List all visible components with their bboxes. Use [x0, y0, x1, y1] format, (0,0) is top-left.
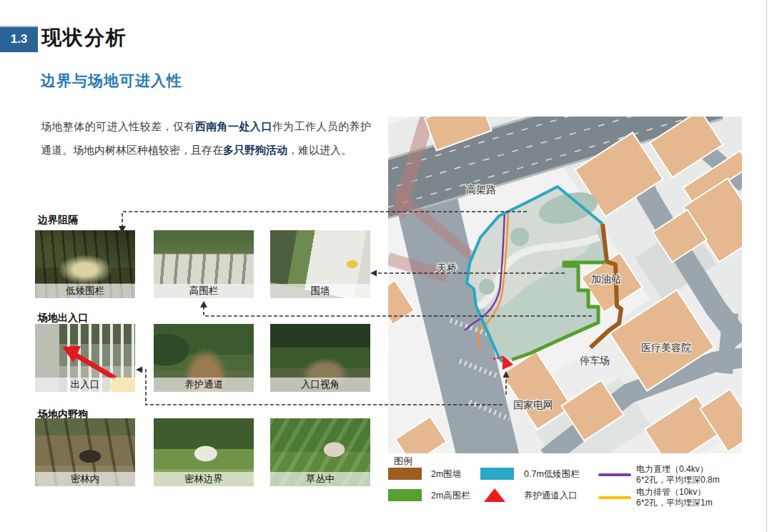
slide: { "frame": {"section_no": "1.3", "title"…: [0, 0, 772, 532]
legend-power-pipe-name: 电力排管（10kv）: [636, 487, 713, 498]
group-heading-entrances: 场地出入口: [38, 312, 88, 325]
legend-power-pipe-detail: 6*2孔，平均埋深1m: [636, 498, 713, 508]
photo-label: 密林内: [35, 472, 135, 486]
site-plan-map: 高架路 天桥 加油站 停车场 医疗美容院 国家电网: [388, 117, 742, 453]
photo-label: 入口视角: [270, 378, 370, 392]
legend-label-power-pipe: 电力排管（10kv） 6*2孔，平均埋深1m: [636, 487, 713, 508]
photo-label: 密林边界: [154, 472, 254, 486]
label-medical-clinic: 医疗美容院: [641, 342, 691, 353]
map-legend: 图例 2m围墙 0.7m低矮围栏 电力直埋（0.4kv） 6*2孔，平均埋深0.…: [388, 453, 746, 519]
legend-label-high-fence: 2m高围栏: [431, 490, 470, 502]
slide-right-edge: [766, 0, 767, 532]
legend-label-power-direct: 电力直埋（0.4kv） 6*2孔，平均埋深0.8m: [636, 464, 720, 485]
photo-label: 出入口: [35, 378, 135, 392]
legend-swatch-low-fence: [480, 468, 514, 480]
legend-swatch-wall: [388, 468, 422, 480]
legend-title: 图例: [394, 455, 412, 468]
photo-label: 低矮围栏: [35, 284, 135, 298]
label-elevated-road: 高架路: [466, 184, 496, 195]
photo-label: 养护通道: [154, 378, 254, 392]
intro-text-3: ，难以进入。: [287, 144, 352, 156]
photo-high-fence: 高围栏: [154, 230, 254, 298]
legend-label-entrance: 养护通道入口: [524, 490, 578, 502]
label-footbridge: 天桥: [437, 262, 457, 274]
page-title: 现状分析: [41, 24, 127, 51]
legend-label-wall: 2m围墙: [431, 468, 461, 481]
intro-paragraph: 场地整体的可进入性较差，仅有西南角一处入口作为工作人员的养护通道。场地内树林区种…: [41, 114, 371, 162]
section-number-badge: 1.3: [0, 26, 38, 52]
photo-label: 高围栏: [154, 284, 254, 298]
site-plan-svg: 高架路 天桥 加油站 停车场 医疗美容院 国家电网: [388, 117, 742, 453]
group-heading-boundary: 边界阻隔: [38, 214, 78, 227]
photo-maintenance-path: 养护通道: [154, 324, 254, 392]
label-parking-lot: 停车场: [580, 355, 610, 366]
photo-label: 围墙: [270, 284, 370, 298]
legend-power-direct-name: 电力直埋（0.4kv）: [636, 464, 720, 475]
photo-label: 草丛中: [270, 472, 370, 486]
legend-line-power-direct: [598, 473, 631, 476]
photo-wall: 围墙: [270, 230, 370, 298]
legend-line-power-pipe: [598, 496, 631, 499]
label-state-grid: 国家电网: [513, 399, 553, 410]
photo-dog-grass: 草丛中: [270, 418, 370, 486]
photo-entrance-view: 入口视角: [270, 324, 370, 392]
legend-power-direct-detail: 6*2孔，平均埋深0.8m: [636, 475, 720, 486]
label-gas-station: 加油站: [591, 273, 621, 285]
legend-swatch-high-fence: [388, 489, 422, 501]
photo-dog-forest-edge: 密林边界: [154, 418, 254, 486]
section-subtitle: 边界与场地可进入性: [41, 71, 182, 91]
legend-label-low-fence: 0.7m低矮围栏: [524, 468, 580, 481]
intro-text-1: 场地整体的可进入性较差，仅有: [41, 120, 195, 132]
photo-low-fence: 低矮围栏: [35, 230, 135, 298]
photo-dog-forest: 密林内: [35, 418, 135, 486]
intro-emphasis-entrance: 西南角一处入口: [195, 120, 272, 132]
photo-gate: 出入口: [35, 324, 135, 392]
legend-triangle-entrance: [484, 488, 505, 502]
intro-emphasis-dogs: 多只野狗活动: [223, 144, 287, 156]
